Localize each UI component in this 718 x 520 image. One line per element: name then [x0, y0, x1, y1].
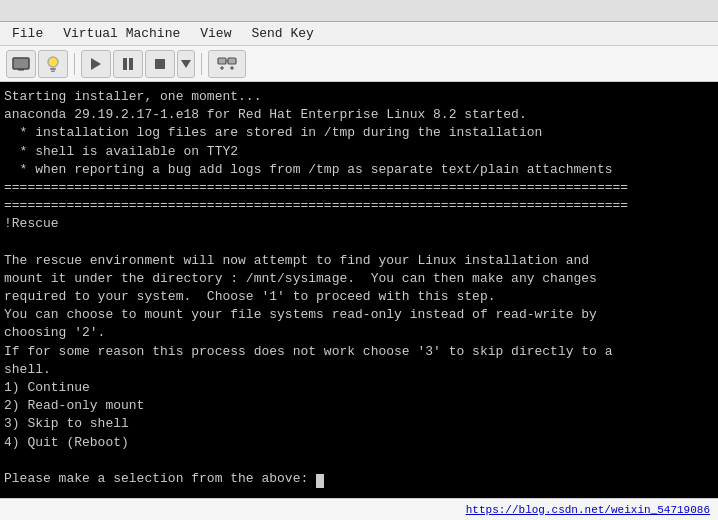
status-bar: https://blog.csdn.net/weixin_54719086 [0, 498, 718, 520]
svg-marker-5 [91, 58, 101, 70]
toolbar-separator-1 [74, 53, 75, 75]
svg-rect-10 [218, 58, 226, 64]
svg-rect-1 [18, 69, 24, 71]
svg-rect-6 [123, 58, 127, 70]
svg-point-2 [48, 57, 58, 67]
svg-rect-8 [155, 59, 165, 69]
terminal[interactable]: Starting installer, one moment... anacon… [0, 82, 718, 498]
svg-marker-9 [181, 60, 191, 68]
remote-button[interactable] [208, 50, 246, 78]
pause-button[interactable] [113, 50, 143, 78]
light-button[interactable] [38, 50, 68, 78]
menu-bar: File Virtual Machine View Send Key [0, 22, 718, 46]
svg-rect-7 [129, 58, 133, 70]
menu-file[interactable]: File [4, 24, 51, 43]
menu-send-key[interactable]: Send Key [243, 24, 321, 43]
svg-rect-0 [13, 58, 29, 69]
title-bar [0, 0, 718, 22]
stop-button[interactable] [145, 50, 175, 78]
svg-rect-4 [51, 70, 55, 72]
toolbar-separator-2 [201, 53, 202, 75]
status-link[interactable]: https://blog.csdn.net/weixin_54719086 [466, 504, 710, 516]
menu-virtual-machine[interactable]: Virtual Machine [55, 24, 188, 43]
menu-view[interactable]: View [192, 24, 239, 43]
dropdown-button[interactable] [177, 50, 195, 78]
svg-rect-11 [228, 58, 236, 64]
screen-button[interactable] [6, 50, 36, 78]
svg-rect-3 [50, 68, 56, 70]
play-button[interactable] [81, 50, 111, 78]
toolbar [0, 46, 718, 82]
